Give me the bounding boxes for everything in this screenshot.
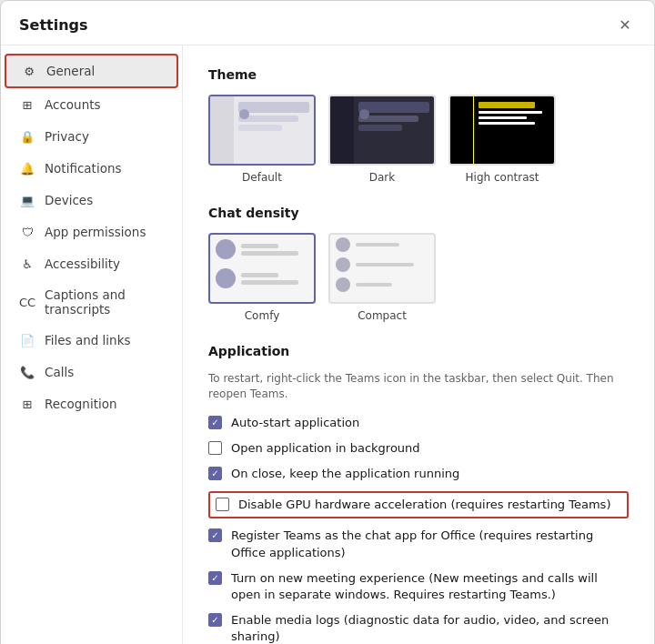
checkbox-disable-gpu[interactable] <box>216 498 229 511</box>
main-content: Theme <box>183 45 654 644</box>
checkbox-label-media-logs: Enable media logs (diagnostic data for a… <box>231 612 629 644</box>
sidebar-label-general: General <box>46 64 95 78</box>
sidebar: ⚙️General⊞Accounts🔒Privacy🔔Notifications… <box>1 45 183 644</box>
density-option-comfy[interactable]: Comfy <box>208 233 316 322</box>
checkbox-label-register-chat: Register Teams as the chat app for Offic… <box>231 528 629 560</box>
sidebar-item-captions[interactable]: CCCaptions and transcripts <box>5 280 178 324</box>
checkbox-row-keep-running: On close, keep the application running <box>208 466 629 482</box>
checkbox-row-open-background: Open application in background <box>208 440 629 457</box>
checkbox-register-chat[interactable] <box>208 528 222 542</box>
sidebar-item-files[interactable]: 📄Files and links <box>5 325 178 356</box>
density-preview-comfy <box>208 233 316 304</box>
chat-density-title: Chat density <box>208 206 629 220</box>
accounts-icon: ⊞ <box>19 96 35 113</box>
notifications-icon: 🔔 <box>19 160 35 176</box>
checkbox-row-media-logs: Enable media logs (diagnostic data for a… <box>208 612 629 644</box>
checkbox-label-open-background: Open application in background <box>231 440 420 457</box>
checkbox-label-new-meeting: Turn on new meeting experience (New meet… <box>231 570 629 603</box>
checkbox-label-keep-running: On close, keep the application running <box>231 466 459 482</box>
checkbox-row-register-chat: Register Teams as the chat app for Offic… <box>208 528 629 560</box>
application-description: To restart, right-click the Teams icon i… <box>208 371 629 402</box>
checkbox-auto-start[interactable] <box>208 416 222 429</box>
checkbox-label-auto-start: Auto-start application <box>231 415 359 431</box>
density-grid: Comfy <box>208 233 629 322</box>
theme-option-hc[interactable]: High contrast <box>448 95 556 184</box>
titlebar: Settings ✕ <box>1 1 654 45</box>
application-title: Application <box>208 344 629 358</box>
checkbox-new-meeting[interactable] <box>208 571 222 585</box>
sidebar-label-accessibility: Accessibility <box>45 257 120 271</box>
recognition-icon: ⊞ <box>19 396 35 412</box>
sidebar-label-calls: Calls <box>45 365 74 379</box>
general-icon: ⚙️ <box>21 63 37 79</box>
sidebar-label-captions: Captions and transcripts <box>45 287 164 317</box>
devices-icon: 💻 <box>19 192 35 208</box>
close-button[interactable]: ✕ <box>614 14 636 35</box>
content-area: ⚙️General⊞Accounts🔒Privacy🔔Notifications… <box>1 45 654 644</box>
checkbox-row-new-meeting: Turn on new meeting experience (New meet… <box>208 570 629 603</box>
sidebar-label-recognition: Recognition <box>45 397 117 411</box>
checkbox-row-auto-start: Auto-start application <box>208 415 629 431</box>
window-title: Settings <box>19 16 88 34</box>
checkbox-open-background[interactable] <box>208 441 222 455</box>
sidebar-label-notifications: Notifications <box>45 161 122 176</box>
theme-label-dark: Dark <box>369 171 395 184</box>
theme-label-hc: High contrast <box>466 171 539 184</box>
privacy-icon: 🔒 <box>19 128 35 145</box>
density-label-comfy: Comfy <box>245 309 280 322</box>
theme-preview-default <box>208 95 316 166</box>
density-preview-compact <box>328 233 436 304</box>
accessibility-icon: ♿ <box>19 256 35 272</box>
sidebar-item-calls[interactable]: 📞Calls <box>5 357 178 387</box>
theme-preview-hc <box>448 95 556 166</box>
theme-grid: Default <box>208 95 629 184</box>
sidebar-item-accounts[interactable]: ⊞Accounts <box>5 89 178 120</box>
theme-preview-dark <box>328 95 436 166</box>
density-option-compact[interactable]: Compact <box>328 233 436 322</box>
sidebar-label-files: Files and links <box>45 333 131 347</box>
density-label-compact: Compact <box>358 309 407 322</box>
sidebar-item-privacy[interactable]: 🔒Privacy <box>5 121 178 152</box>
sidebar-label-devices: Devices <box>45 193 93 207</box>
sidebar-label-privacy: Privacy <box>45 129 89 144</box>
checkboxes-container: Auto-start applicationOpen application i… <box>208 415 629 644</box>
sidebar-item-accessibility[interactable]: ♿Accessibility <box>5 248 178 279</box>
files-icon: 📄 <box>19 332 35 348</box>
checkbox-row-disable-gpu: Disable GPU hardware acceleration (requi… <box>208 491 629 518</box>
captions-icon: CC <box>19 294 35 310</box>
sidebar-item-notifications[interactable]: 🔔Notifications <box>5 153 178 184</box>
app-permissions-icon: 🛡 <box>19 224 35 240</box>
checkbox-media-logs[interactable] <box>208 613 222 627</box>
sidebar-item-devices[interactable]: 💻Devices <box>5 185 178 216</box>
sidebar-item-general[interactable]: ⚙️General <box>5 54 178 88</box>
theme-label-default: Default <box>242 171 282 184</box>
theme-option-dark[interactable]: Dark <box>328 95 436 184</box>
sidebar-item-recognition[interactable]: ⊞Recognition <box>5 388 178 419</box>
sidebar-label-app-permissions: App permissions <box>45 225 146 239</box>
calls-icon: 📞 <box>19 364 35 380</box>
checkbox-label-disable-gpu: Disable GPU hardware acceleration (requi… <box>238 497 610 513</box>
theme-option-default[interactable]: Default <box>208 95 316 184</box>
settings-window: Settings ✕ ⚙️General⊞Accounts🔒Privacy🔔No… <box>0 0 655 644</box>
sidebar-item-app-permissions[interactable]: 🛡App permissions <box>5 216 178 247</box>
sidebar-label-accounts: Accounts <box>45 97 101 112</box>
checkbox-keep-running[interactable] <box>208 467 222 480</box>
theme-section-title: Theme <box>208 67 629 82</box>
